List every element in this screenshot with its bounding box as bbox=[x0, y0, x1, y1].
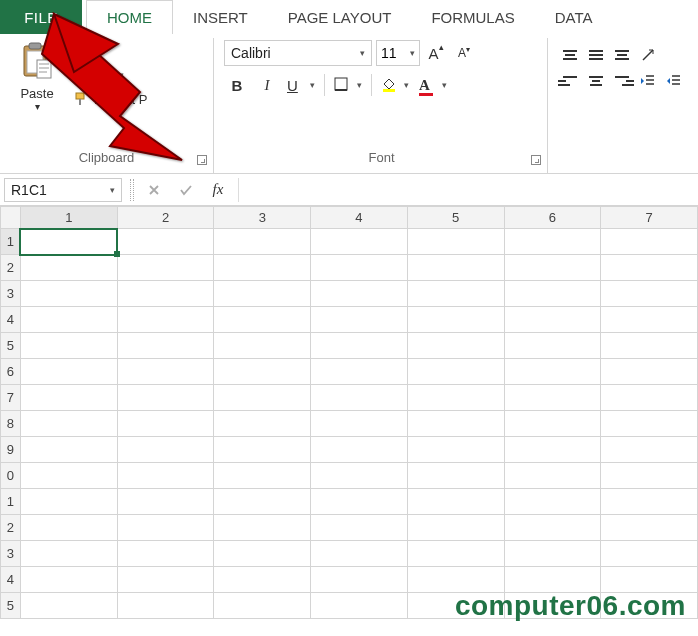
column-header[interactable]: 3 bbox=[214, 207, 311, 229]
cell[interactable] bbox=[407, 333, 504, 359]
cell[interactable] bbox=[601, 229, 698, 255]
cell[interactable] bbox=[504, 541, 601, 567]
row-header[interactable]: 3 bbox=[1, 541, 21, 567]
fill-color-button[interactable]: ▾ bbox=[378, 72, 412, 98]
cell[interactable] bbox=[214, 515, 311, 541]
cell[interactable] bbox=[20, 411, 117, 437]
cell[interactable] bbox=[601, 515, 698, 541]
cell[interactable] bbox=[214, 437, 311, 463]
cell[interactable] bbox=[20, 307, 117, 333]
cell[interactable] bbox=[117, 307, 214, 333]
align-middle-button[interactable] bbox=[584, 44, 608, 66]
cell[interactable] bbox=[311, 567, 408, 593]
cell[interactable] bbox=[117, 359, 214, 385]
tab-home[interactable]: HOME bbox=[86, 0, 173, 34]
cell[interactable] bbox=[117, 437, 214, 463]
spreadsheet-grid[interactable]: 1234567123456789012345 bbox=[0, 206, 698, 619]
formula-input[interactable] bbox=[238, 178, 694, 202]
cell[interactable] bbox=[601, 281, 698, 307]
cell[interactable] bbox=[311, 411, 408, 437]
cell[interactable] bbox=[504, 463, 601, 489]
cell[interactable] bbox=[601, 333, 698, 359]
cell[interactable] bbox=[601, 411, 698, 437]
increase-indent-button[interactable] bbox=[662, 70, 686, 92]
decrease-indent-button[interactable] bbox=[636, 70, 660, 92]
cell[interactable] bbox=[504, 437, 601, 463]
cell[interactable] bbox=[117, 411, 214, 437]
row-header[interactable]: 9 bbox=[1, 437, 21, 463]
chevron-down-icon[interactable]: ▾ bbox=[35, 101, 40, 112]
name-box[interactable]: R1C1 ▾ bbox=[4, 178, 122, 202]
cell[interactable] bbox=[601, 437, 698, 463]
cell[interactable] bbox=[214, 385, 311, 411]
row-header[interactable]: 6 bbox=[1, 359, 21, 385]
cell[interactable] bbox=[117, 489, 214, 515]
column-header[interactable]: 4 bbox=[311, 207, 408, 229]
align-right-button[interactable] bbox=[610, 70, 634, 92]
cell[interactable] bbox=[601, 463, 698, 489]
cell[interactable] bbox=[214, 541, 311, 567]
row-header[interactable]: 4 bbox=[1, 307, 21, 333]
cell[interactable] bbox=[20, 515, 117, 541]
column-header[interactable]: 1 bbox=[20, 207, 117, 229]
cell[interactable] bbox=[407, 229, 504, 255]
cell[interactable] bbox=[20, 333, 117, 359]
cell[interactable] bbox=[407, 489, 504, 515]
orientation-button[interactable] bbox=[636, 44, 660, 66]
cell[interactable] bbox=[504, 333, 601, 359]
cell[interactable] bbox=[311, 541, 408, 567]
cell[interactable] bbox=[407, 463, 504, 489]
cell[interactable] bbox=[311, 437, 408, 463]
cell[interactable] bbox=[214, 333, 311, 359]
copy-button[interactable]: opy ▾ bbox=[72, 66, 147, 84]
cell[interactable] bbox=[311, 307, 408, 333]
cell[interactable] bbox=[504, 411, 601, 437]
cell[interactable] bbox=[117, 515, 214, 541]
align-bottom-button[interactable] bbox=[610, 44, 634, 66]
cell[interactable] bbox=[214, 307, 311, 333]
row-header[interactable]: 3 bbox=[1, 281, 21, 307]
cell[interactable] bbox=[407, 515, 504, 541]
cell[interactable] bbox=[214, 359, 311, 385]
cell[interactable] bbox=[504, 385, 601, 411]
cell[interactable] bbox=[20, 489, 117, 515]
cell[interactable] bbox=[20, 593, 117, 619]
row-header[interactable]: 2 bbox=[1, 255, 21, 281]
font-size-combo[interactable]: 11 ▾ bbox=[376, 40, 420, 66]
cell[interactable] bbox=[601, 385, 698, 411]
cell[interactable] bbox=[117, 281, 214, 307]
cell[interactable] bbox=[601, 489, 698, 515]
cell[interactable] bbox=[311, 229, 408, 255]
cell[interactable] bbox=[214, 463, 311, 489]
cell[interactable] bbox=[407, 437, 504, 463]
cell[interactable] bbox=[311, 385, 408, 411]
tab-page-layout[interactable]: PAGE LAYOUT bbox=[268, 0, 412, 34]
tab-file[interactable]: FILE bbox=[0, 0, 82, 34]
cell[interactable] bbox=[311, 333, 408, 359]
cell[interactable] bbox=[407, 359, 504, 385]
cell[interactable] bbox=[20, 281, 117, 307]
row-header[interactable]: 5 bbox=[1, 333, 21, 359]
cell[interactable] bbox=[20, 567, 117, 593]
insert-function-button[interactable]: fx bbox=[206, 178, 230, 202]
cell[interactable] bbox=[117, 463, 214, 489]
tab-formulas[interactable]: FORMULAS bbox=[411, 0, 534, 34]
cell[interactable] bbox=[20, 437, 117, 463]
cell[interactable] bbox=[20, 229, 117, 255]
cell[interactable] bbox=[504, 281, 601, 307]
cell[interactable] bbox=[117, 255, 214, 281]
cell[interactable] bbox=[504, 229, 601, 255]
dialog-launcher-icon[interactable] bbox=[531, 155, 541, 165]
cell[interactable] bbox=[117, 385, 214, 411]
row-header[interactable]: 2 bbox=[1, 515, 21, 541]
tab-data[interactable]: DATA bbox=[535, 0, 613, 34]
cell[interactable] bbox=[311, 255, 408, 281]
font-color-button[interactable]: A ▾ bbox=[416, 72, 450, 98]
cell[interactable] bbox=[504, 307, 601, 333]
align-left-button[interactable] bbox=[558, 70, 582, 92]
cell[interactable] bbox=[504, 255, 601, 281]
cell[interactable] bbox=[504, 567, 601, 593]
cell[interactable] bbox=[601, 359, 698, 385]
row-header[interactable]: 8 bbox=[1, 411, 21, 437]
splitter[interactable] bbox=[130, 179, 134, 201]
